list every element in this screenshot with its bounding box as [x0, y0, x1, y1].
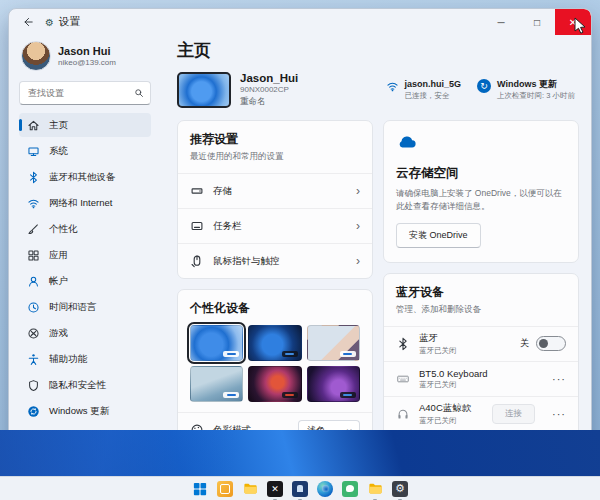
gaming-icon	[27, 327, 40, 340]
settings-window: ⚙ 设置 ─ □ ✕ Jason Hui nikeo@139.com	[8, 8, 592, 455]
theme-tile-glow-dark[interactable]	[307, 366, 360, 402]
wifi-icon	[386, 79, 399, 97]
cloud-icon	[396, 139, 418, 156]
device-name: BT5.0 Keyboard	[419, 368, 488, 379]
cloud-storage-card: 云存储空间 请确保电脑上安装了 OneDrive，以便可以在此处查看存储详细信息…	[383, 120, 579, 263]
sidebar-item-home[interactable]: 主页	[19, 113, 151, 137]
recommended-settings-card: 推荐设置 最近使用的和常用的设置 存储 › 任务栏 ›	[177, 120, 373, 279]
install-onedrive-button[interactable]: 安装 OneDrive	[396, 223, 481, 248]
device-model: 90NX0002CP	[240, 85, 298, 94]
more-options-icon[interactable]: ···	[552, 408, 566, 420]
mini-taskbar	[223, 351, 239, 357]
settings-gear-icon[interactable]: ⚙	[392, 481, 408, 497]
maximize-button[interactable]: □	[519, 9, 555, 35]
apps-icon	[27, 249, 40, 262]
start-icon[interactable]	[192, 481, 208, 497]
recommended-item-mouse-touch[interactable]: 鼠标指针与触控 ›	[178, 243, 372, 278]
mini-taskbar	[282, 351, 298, 357]
device-name: A40C蓝鲸款	[419, 402, 471, 415]
widgets-orange-icon[interactable]	[217, 481, 233, 497]
app-navy-icon[interactable]	[292, 481, 308, 497]
search-box[interactable]	[19, 81, 151, 105]
theme-tile-landscape-light[interactable]	[190, 366, 243, 402]
sidebar-item-label: 时间和语言	[49, 301, 97, 314]
network-status[interactable]: jason.hui_5G 已连接，安全	[386, 79, 462, 100]
sidebar-item-label: 辅助功能	[49, 353, 87, 366]
sidebar-item-gaming[interactable]: 游戏	[19, 321, 151, 345]
device-row-headphones[interactable]: A40C蓝鲸款 蓝牙已关闭 连接 ···	[384, 396, 578, 431]
cloud-description: 请确保电脑上安装了 OneDrive，以便可以在此处查看存储详细信息。	[396, 187, 566, 213]
sidebar-item-accounts[interactable]: 帐户	[19, 269, 151, 293]
device-status: 蓝牙已关闭	[419, 380, 488, 390]
user-email: nikeo@139.com	[58, 58, 116, 67]
device-name: Jason_Hui	[240, 72, 298, 84]
sidebar-item-accessibility[interactable]: 辅助功能	[19, 347, 151, 371]
keyboard-icon	[396, 372, 410, 386]
sidebar-item-label: 隐私和安全性	[49, 379, 106, 392]
settings-gear-icon: ⚙	[45, 17, 54, 28]
theme-tile-windows-dark[interactable]	[248, 325, 301, 361]
avatar	[21, 41, 51, 71]
sidebar: Jason Hui nikeo@139.com 主页 系统	[9, 35, 159, 455]
sidebar-item-label: 个性化	[49, 223, 78, 236]
toggle-state-label: 关	[520, 337, 529, 350]
sidebar-item-network[interactable]: 网络和 Internet	[19, 191, 151, 215]
user-profile[interactable]: Jason Hui nikeo@139.com	[21, 41, 151, 71]
device-row-keyboard[interactable]: BT5.0 Keyboard 蓝牙已关闭 ···	[384, 361, 578, 396]
sidebar-nav: 主页 系统 蓝牙和其他设备 网络和 Internet 个性化	[19, 113, 151, 423]
bluetooth-toggle[interactable]	[536, 336, 566, 351]
recommended-item-storage[interactable]: 存储 ›	[178, 173, 372, 208]
card-subtitle: 最近使用的和常用的设置	[190, 151, 360, 163]
sidebar-item-label: 网络和 Internet	[49, 197, 112, 210]
file-explorer-icon[interactable]	[242, 481, 258, 497]
sidebar-item-privacy[interactable]: 隐私和安全性	[19, 373, 151, 397]
main-content: 主页 Jason_Hui 90NX0002CP 重命名 jason.hui_5G…	[159, 35, 591, 455]
update-label: Windows 更新	[497, 79, 575, 90]
sidebar-item-windows-update[interactable]: Windows 更新	[19, 399, 151, 423]
folder-icon[interactable]	[367, 481, 383, 497]
windows-update-status[interactable]: ↻ Windows 更新 上次检查时间: 3 小时前	[477, 79, 575, 100]
headphones-icon	[396, 407, 410, 421]
bluetooth-toggle-row: 蓝牙 蓝牙已关闭 关	[384, 326, 578, 361]
sidebar-item-system[interactable]: 系统	[19, 139, 151, 163]
sidebar-item-label: 系统	[49, 145, 68, 158]
recommended-item-label: 鼠标指针与触控	[213, 255, 280, 268]
search-input[interactable]	[26, 87, 134, 99]
more-options-icon[interactable]: ···	[552, 373, 566, 385]
update-icon: ↻	[477, 79, 491, 93]
sidebar-item-label: 蓝牙和其他设备	[49, 171, 116, 184]
app-green-icon[interactable]	[342, 481, 358, 497]
network-icon	[27, 197, 40, 210]
sidebar-item-apps[interactable]: 应用	[19, 243, 151, 267]
chevron-right-icon: ›	[356, 185, 360, 197]
mini-taskbar	[340, 351, 356, 357]
edge-icon[interactable]	[317, 481, 333, 497]
card-title: 个性化设备	[190, 300, 360, 317]
bluetooth-devices-card: 蓝牙设备 管理、添加和删除设备 蓝牙 蓝牙已关闭 关	[383, 273, 579, 456]
connect-button[interactable]: 连接	[492, 404, 535, 424]
device-status: 蓝牙已关闭	[419, 416, 471, 426]
back-button[interactable]	[19, 13, 37, 31]
sidebar-item-bluetooth-devices[interactable]: 蓝牙和其他设备	[19, 165, 151, 189]
theme-tile-windows-light[interactable]	[190, 325, 243, 361]
accessibility-icon	[27, 353, 40, 366]
card-title: 蓝牙设备	[396, 284, 566, 301]
mouse-touch-icon	[190, 254, 204, 268]
desktop-wallpaper	[0, 430, 600, 478]
mini-taskbar	[282, 392, 298, 398]
recommended-item-taskbar[interactable]: 任务栏 ›	[178, 208, 372, 243]
theme-tile-collage-light[interactable]	[307, 325, 360, 361]
theme-tile-floral-dark[interactable]	[248, 366, 301, 402]
wifi-ssid: jason.hui_5G	[405, 79, 462, 90]
minimize-button[interactable]: ─	[483, 9, 519, 35]
sidebar-item-personalization[interactable]: 个性化	[19, 217, 151, 241]
storage-icon	[190, 184, 204, 198]
user-name: Jason Hui	[58, 45, 116, 58]
bluetooth-icon	[396, 337, 410, 351]
app-x-icon[interactable]: ✕	[267, 481, 283, 497]
mini-taskbar	[223, 392, 239, 398]
rename-link[interactable]: 重命名	[240, 96, 298, 108]
titlebar: ⚙ 设置 ─ □ ✕	[9, 9, 591, 35]
sidebar-item-time-language[interactable]: 时间和语言	[19, 295, 151, 319]
wifi-status: 已连接，安全	[405, 91, 462, 101]
